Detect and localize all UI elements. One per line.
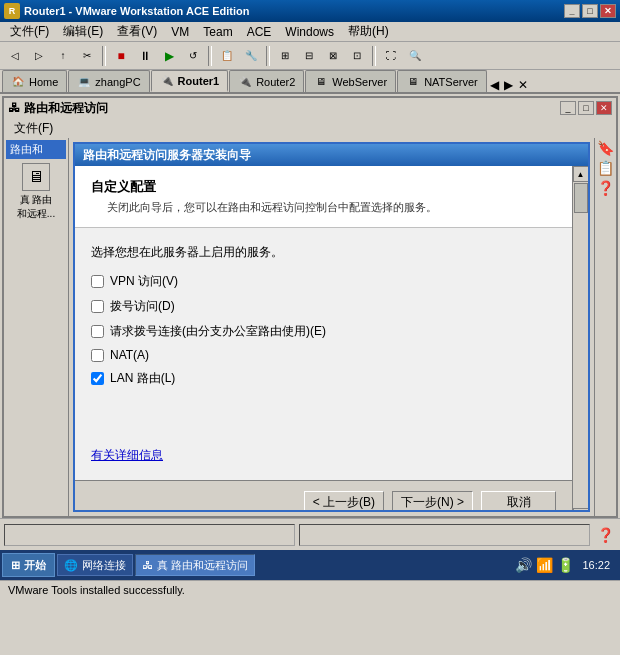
wizard-content: 选择您想在此服务器上启用的服务。 VPN 访问(V) 拨号访问(D) (75, 228, 572, 480)
minimize-button[interactable]: _ (564, 4, 580, 18)
title-bar: R Router1 - VMware Workstation ACE Editi… (0, 0, 620, 22)
outer-window-title: 路由和远程访问 (24, 100, 108, 117)
toolbar-btn-pause[interactable]: ⏸ (134, 45, 156, 67)
toolbar-btn-play[interactable]: ▶ (158, 45, 180, 67)
checkbox-lan-row: LAN 路由(L) (91, 370, 556, 387)
natserver-icon: 🖥 (406, 75, 420, 89)
checkbox-demand[interactable] (91, 325, 104, 338)
toolbar-btn-5[interactable]: ↺ (182, 45, 204, 67)
inner-menu-file[interactable]: 文件(F) (8, 119, 59, 138)
scroll-up[interactable]: ▲ (573, 166, 589, 182)
status-section-1 (4, 524, 295, 546)
taskbar-clock: 16:22 (578, 559, 614, 571)
title-controls: _ □ ✕ (564, 4, 616, 18)
sidebar-item-router[interactable]: 🖥 真 路由和远程... (6, 159, 66, 225)
cancel-button[interactable]: 取消 (481, 491, 556, 513)
wizard-body: 自定义配置 关闭此向导后，您可以在路由和远程访问控制台中配置选择的服务。 选择您… (75, 166, 588, 512)
close-button[interactable]: ✕ (600, 4, 616, 18)
menu-ace[interactable]: ACE (241, 23, 278, 41)
toolbar: ◁ ▷ ↑ ✂ ■ ⏸ ▶ ↺ 📋 🔧 ⊞ ⊟ ⊠ ⊡ ⛶ 🔍 (0, 42, 620, 70)
toolbar-sep-4 (372, 46, 376, 66)
right-icon-help[interactable]: ❓ (597, 180, 614, 196)
menu-vm[interactable]: VM (165, 23, 195, 41)
checkbox-demand-label: 请求拨号连接(由分支办公室路由使用)(E) (110, 323, 326, 340)
back-button[interactable]: < 上一步(B) (304, 491, 384, 513)
webserver-icon: 🖥 (314, 75, 328, 89)
checkbox-vpn[interactable] (91, 275, 104, 288)
outer-minimize[interactable]: _ (560, 101, 576, 115)
scroll-down[interactable]: ▼ (573, 508, 589, 512)
start-button[interactable]: ⊞ 开始 (2, 553, 55, 577)
tab-router1-label: Router1 (178, 75, 220, 87)
wizard-header: 自定义配置 关闭此向导后，您可以在路由和远程访问控制台中配置选择的服务。 (75, 166, 572, 228)
tab-natserver[interactable]: 🖥 NATServer (397, 70, 487, 92)
menu-windows[interactable]: Windows (279, 23, 340, 41)
taskbar: ⊞ 开始 🌐 网络连接 🖧 真 路由和远程访问 🔊 📶 🔋 16:22 (0, 550, 620, 580)
toolbar-btn-9[interactable]: ⊟ (298, 45, 320, 67)
checkbox-dialin-label: 拨号访问(D) (110, 298, 175, 315)
toolbar-btn-8[interactable]: ⊞ (274, 45, 296, 67)
maximize-button[interactable]: □ (582, 4, 598, 18)
menu-view[interactable]: 查看(V) (111, 23, 163, 41)
home-icon: 🏠 (11, 75, 25, 89)
info-link-area: 有关详细信息 (91, 427, 556, 464)
tab-home[interactable]: 🏠 Home (2, 70, 67, 92)
bottom-status-bar: ❓ (0, 518, 620, 550)
checkbox-dialin[interactable] (91, 300, 104, 313)
checkbox-vpn-row: VPN 访问(V) (91, 273, 556, 290)
toolbar-sep-1 (102, 46, 106, 66)
tab-close[interactable]: ✕ (516, 78, 530, 92)
help-icon[interactable]: ❓ (594, 524, 616, 546)
info-link[interactable]: 有关详细信息 (91, 447, 163, 464)
next-button[interactable]: 下一步(N) > (392, 491, 473, 513)
tab-scroll-left[interactable]: ◀ (488, 78, 501, 92)
taskbar-router-icon: 🖧 (142, 559, 153, 571)
scroll-thumb[interactable] (574, 183, 588, 213)
menu-edit[interactable]: 编辑(E) (57, 23, 109, 41)
taskbar-network[interactable]: 🌐 网络连接 (57, 554, 133, 576)
tab-zhangpc-label: zhangPC (95, 76, 140, 88)
menu-team[interactable]: Team (197, 23, 238, 41)
checkbox-nat[interactable] (91, 349, 104, 362)
taskbar-router-label: 真 路由和远程访问 (157, 558, 248, 573)
toolbar-btn-4[interactable]: ✂ (76, 45, 98, 67)
checkbox-lan[interactable] (91, 372, 104, 385)
toolbar-btn-12[interactable]: 🔍 (404, 45, 426, 67)
toolbar-btn-fullscreen[interactable]: ⛶ (380, 45, 402, 67)
checkbox-vpn-label: VPN 访问(V) (110, 273, 178, 290)
toolbar-btn-2[interactable]: ▷ (28, 45, 50, 67)
notification-text: VMware Tools installed successfully. (8, 584, 185, 596)
tab-scroll-right[interactable]: ▶ (502, 78, 515, 92)
toolbar-btn-3[interactable]: ↑ (52, 45, 74, 67)
taskbar-sys-icon-1: 🔊 (515, 557, 532, 573)
start-icon: ⊞ (11, 559, 20, 572)
right-panel: 🔖 📋 ❓ (594, 138, 616, 516)
toolbar-btn-1[interactable]: ◁ (4, 45, 26, 67)
tab-natserver-label: NATServer (424, 76, 478, 88)
toolbar-btn-7[interactable]: 🔧 (240, 45, 262, 67)
menu-file[interactable]: 文件(F) (4, 23, 55, 41)
app-icon: R (4, 3, 20, 19)
taskbar-router[interactable]: 🖧 真 路由和远程访问 (135, 554, 255, 576)
tab-router2[interactable]: 🔌 Router2 (229, 70, 304, 92)
toolbar-btn-stop[interactable]: ■ (110, 45, 132, 67)
outer-maximize[interactable]: □ (578, 101, 594, 115)
tab-router1[interactable]: 🔌 Router1 (151, 70, 229, 92)
toolbar-btn-6[interactable]: 📋 (216, 45, 238, 67)
menu-help[interactable]: 帮助(H) (342, 23, 395, 41)
outer-close[interactable]: ✕ (596, 101, 612, 115)
toolbar-btn-11[interactable]: ⊡ (346, 45, 368, 67)
title-bar-left: R Router1 - VMware Workstation ACE Editi… (4, 3, 250, 19)
right-icon-1[interactable]: 🔖 (597, 140, 614, 156)
tab-webserver[interactable]: 🖥 WebServer (305, 70, 396, 92)
toolbar-btn-10[interactable]: ⊠ (322, 45, 344, 67)
right-icon-2[interactable]: 📋 (597, 160, 614, 176)
tab-router2-label: Router2 (256, 76, 295, 88)
toolbar-sep-2 (208, 46, 212, 66)
start-label: 开始 (24, 558, 46, 573)
zhangpc-icon: 💻 (77, 75, 91, 89)
scrollbar: ▲ ▼ (572, 166, 588, 512)
tab-zhangpc[interactable]: 💻 zhangPC (68, 70, 149, 92)
inner-title-bar: 路由和远程访问服务器安装向导 (75, 144, 588, 166)
network-icon: 🌐 (64, 559, 78, 572)
